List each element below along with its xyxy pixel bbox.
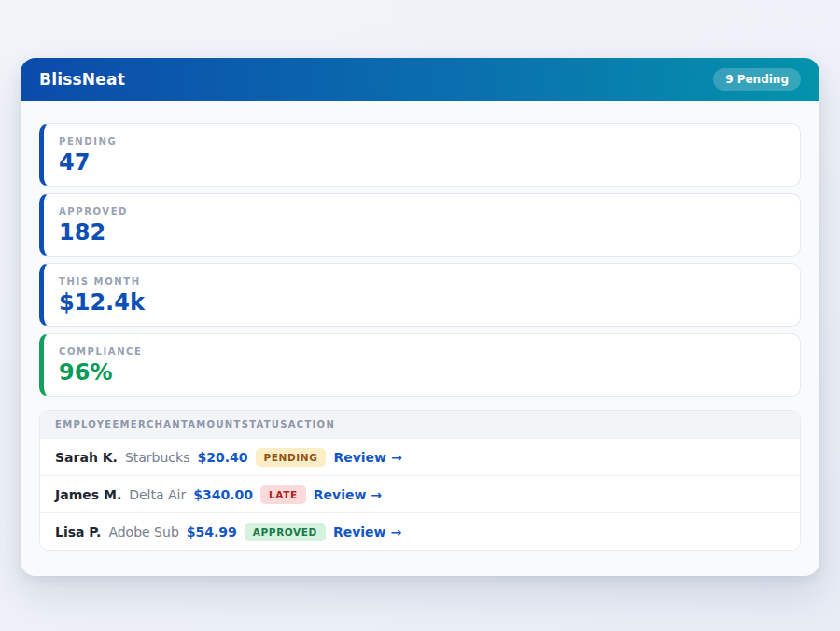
amount-value: $340.00 bbox=[193, 487, 253, 502]
stat-value: 182 bbox=[59, 220, 785, 245]
review-link[interactable]: Review → bbox=[314, 487, 382, 502]
column-header-action: ACTION bbox=[288, 419, 335, 429]
stat-label: APPROVED bbox=[59, 206, 785, 217]
stat-card-this-month: THIS MONTH $12.4k bbox=[39, 263, 801, 327]
employee-name: Sarah K. bbox=[55, 450, 118, 465]
transactions-table: EMPLOYEEMERCHANTAMOUNTSTATUSACTION Sarah… bbox=[39, 410, 801, 551]
review-link[interactable]: Review → bbox=[333, 525, 401, 540]
status-badge: PENDING bbox=[256, 448, 327, 467]
column-header-employee: EMPLOYEE bbox=[55, 419, 120, 429]
stat-label: THIS MONTH bbox=[59, 276, 785, 287]
stat-value: $12.4k bbox=[59, 290, 785, 315]
stat-label: COMPLIANCE bbox=[59, 346, 785, 357]
review-link[interactable]: Review → bbox=[333, 450, 401, 465]
employee-name: James M. bbox=[55, 487, 121, 502]
status-badge: LATE bbox=[260, 485, 306, 504]
merchant-name: Starbucks bbox=[125, 450, 190, 465]
stat-card-approved: APPROVED 182 bbox=[39, 193, 801, 257]
stat-value: 47 bbox=[59, 150, 785, 175]
employee-name: Lisa P. bbox=[55, 525, 101, 540]
amount-value: $54.99 bbox=[187, 525, 237, 540]
dashboard-body: PENDING 47 APPROVED 182 THIS MONTH $12.4… bbox=[21, 101, 819, 573]
column-header-amount: AMOUNT bbox=[188, 419, 241, 429]
stat-card-compliance: COMPLIANCE 96% bbox=[39, 333, 801, 397]
merchant-name: Adobe Sub bbox=[108, 525, 178, 540]
column-header-merchant: MERCHANT bbox=[120, 419, 189, 429]
status-badge: APPROVED bbox=[245, 523, 326, 541]
app-title: BlissNeat bbox=[39, 70, 125, 89]
merchant-name: Delta Air bbox=[129, 487, 186, 502]
pending-count-badge: 9 Pending bbox=[713, 68, 801, 91]
table-row: Sarah K. Starbucks $20.40 PENDING Review… bbox=[40, 438, 800, 475]
app-header: BlissNeat 9 Pending bbox=[21, 58, 819, 101]
column-header-status: STATUS bbox=[242, 419, 288, 429]
table-header-row: EMPLOYEEMERCHANTAMOUNTSTATUSACTION bbox=[40, 411, 800, 438]
amount-value: $20.40 bbox=[197, 450, 247, 465]
stat-value: 96% bbox=[59, 360, 785, 385]
dashboard-card: BlissNeat 9 Pending PENDING 47 APPROVED … bbox=[21, 58, 819, 576]
stat-label: PENDING bbox=[59, 136, 785, 147]
table-row: James M. Delta Air $340.00 LATE Review → bbox=[40, 475, 800, 512]
table-row: Lisa P. Adobe Sub $54.99 APPROVED Review… bbox=[40, 512, 800, 550]
stat-card-pending: PENDING 47 bbox=[39, 123, 801, 187]
